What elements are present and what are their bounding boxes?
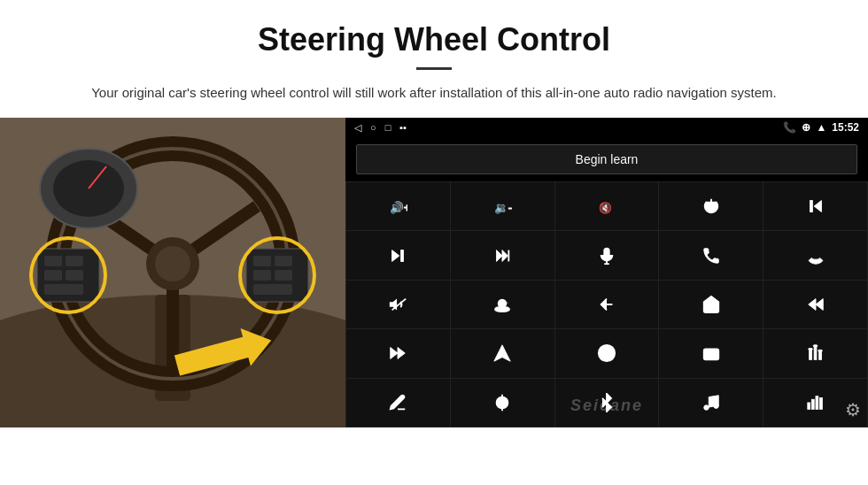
phone-status-icon: 📞 (783, 121, 796, 134)
prev-track-button[interactable] (763, 182, 867, 230)
recent-apps-icon[interactable]: □ (385, 122, 391, 133)
icon-grid: 🔊+ 🔉- 🔇 (345, 181, 868, 427)
svg-rect-70 (811, 399, 814, 409)
gear-icon[interactable]: ⚙ (845, 399, 861, 420)
equalizer-button[interactable] (763, 329, 867, 377)
title-divider (416, 67, 452, 70)
wifi-icon: ▲ (816, 121, 826, 134)
svg-rect-23 (275, 270, 292, 281)
speaker-button[interactable] (346, 281, 450, 328)
page-container: Steering Wheel Control Your original car… (0, 0, 868, 427)
svg-rect-24 (253, 284, 292, 295)
fast-forward-button[interactable] (451, 231, 554, 279)
mute-button[interactable]: 🔇 (555, 182, 659, 230)
rewind-button[interactable] (763, 281, 867, 328)
svg-point-68 (714, 404, 719, 409)
svg-marker-31 (814, 201, 821, 212)
settings-knob-button[interactable] (451, 379, 554, 427)
360-camera-button[interactable]: 360° (451, 281, 554, 328)
home-button[interactable] (659, 281, 763, 328)
radio-button[interactable] (555, 329, 659, 377)
svg-point-54 (706, 352, 709, 356)
steering-wheel-image (0, 118, 345, 427)
pen-button[interactable] (346, 379, 450, 427)
subtitle: Your original car's steering wheel contr… (71, 82, 797, 104)
svg-rect-62 (818, 350, 822, 352)
svg-rect-17 (66, 270, 83, 281)
svg-marker-47 (816, 299, 823, 311)
svg-text:360°: 360° (500, 302, 508, 306)
status-left: ◁ ○ □ ▪▪ (354, 122, 407, 134)
svg-marker-35 (497, 250, 502, 261)
next-track-button[interactable] (346, 231, 450, 279)
svg-rect-15 (66, 256, 83, 266)
radio2-button[interactable] (659, 329, 763, 377)
navigation-button[interactable] (451, 329, 554, 377)
svg-rect-21 (275, 256, 292, 266)
svg-marker-49 (398, 348, 405, 359)
volume-down-button[interactable]: 🔉- (451, 182, 554, 230)
svg-rect-14 (44, 256, 62, 266)
svg-marker-50 (494, 345, 510, 361)
svg-text:🔇: 🔇 (599, 201, 612, 214)
steering-wheel-svg (0, 118, 345, 427)
svg-rect-22 (253, 270, 271, 281)
svg-marker-36 (502, 250, 508, 261)
svg-marker-33 (392, 250, 399, 261)
svg-rect-59 (818, 352, 821, 360)
svg-point-44 (495, 307, 510, 312)
music-button[interactable] (659, 379, 763, 427)
svg-point-64 (500, 401, 504, 404)
content-row: ◁ ○ □ ▪▪ 📞 ⊕ ▲ 15:52 Begin learn (0, 118, 868, 427)
status-right: 📞 ⊕ ▲ 15:52 (783, 121, 859, 134)
begin-learn-row: Begin learn (345, 137, 868, 181)
svg-rect-71 (816, 396, 818, 409)
svg-rect-61 (813, 345, 818, 347)
status-bar: ◁ ○ □ ▪▪ 📞 ⊕ ▲ 15:52 (345, 118, 868, 137)
page-title: Steering Wheel Control (53, 21, 815, 58)
svg-point-9 (155, 246, 190, 281)
microphone-button[interactable] (555, 231, 659, 279)
radio-panel: ◁ ○ □ ▪▪ 📞 ⊕ ▲ 15:52 Begin learn (345, 118, 868, 427)
svg-rect-20 (253, 256, 271, 266)
hang-up-button[interactable] (763, 231, 867, 279)
svg-marker-48 (391, 348, 398, 359)
svg-rect-34 (401, 250, 404, 261)
volume-up-button[interactable]: 🔊+ (346, 182, 450, 230)
svg-rect-58 (814, 347, 817, 360)
begin-learn-button[interactable]: Begin learn (356, 144, 857, 174)
svg-rect-32 (810, 201, 812, 212)
svg-text:🔉-: 🔉- (494, 201, 512, 215)
home-circle-icon[interactable]: ○ (370, 122, 376, 133)
back-icon[interactable]: ◁ (354, 122, 361, 134)
bluetooth-button[interactable] (555, 379, 659, 427)
svg-rect-72 (819, 397, 822, 409)
signal-icon: ▪▪ (399, 122, 407, 133)
power-button[interactable] (659, 182, 763, 230)
svg-rect-60 (808, 349, 812, 350)
svg-marker-46 (808, 299, 815, 311)
header-section: Steering Wheel Control Your original car… (0, 0, 868, 118)
phone-button[interactable] (659, 231, 763, 279)
svg-text:🔊+: 🔊+ (390, 201, 407, 215)
svg-rect-16 (44, 270, 62, 281)
svg-rect-69 (807, 403, 810, 409)
svg-point-67 (704, 405, 709, 411)
svg-rect-56 (712, 355, 715, 357)
svg-rect-55 (712, 352, 717, 354)
svg-point-52 (604, 351, 609, 357)
svg-rect-57 (809, 350, 811, 360)
fast-forward2-button[interactable] (346, 329, 450, 377)
clock: 15:52 (832, 121, 859, 134)
location-icon: ⊕ (802, 121, 810, 134)
svg-rect-18 (44, 284, 83, 295)
back-nav-button[interactable] (555, 281, 659, 328)
